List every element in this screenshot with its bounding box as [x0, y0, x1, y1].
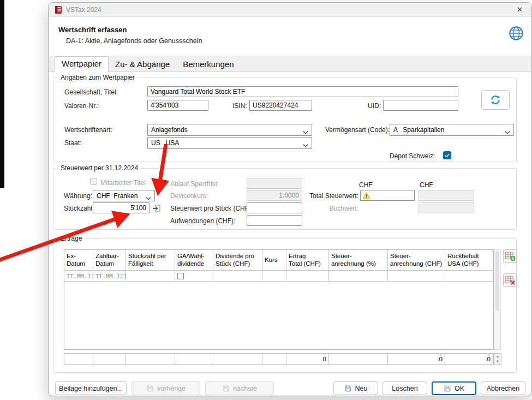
total-steuerwert-label: Total Steuerwert:: [282, 192, 358, 200]
select-value: Anlagefonds: [151, 126, 188, 134]
entry-cell-zahlbar-datum[interactable]: TT.MM.JJJJ: [93, 271, 126, 282]
total-steuerwert-input[interactable]: [360, 190, 415, 201]
titlebar[interactable]: VSTax 2024 ✕: [49, 3, 531, 17]
gesellschaft-input[interactable]: [147, 86, 458, 97]
group-legend: Angaben zum Wertpapier: [58, 74, 138, 81]
group-angaben: Angaben zum Wertpapier Gesellschaft, Tit…: [53, 77, 517, 162]
total-cell-ex-datum: [64, 354, 93, 364]
tab-strip: WertpapierZu- & AbgängeBemerkungen: [49, 56, 531, 72]
chevron-down-icon: [146, 194, 151, 198]
ertraege-table: Ex-DatumZahlbar-DatumStückzahl perFällig…: [64, 249, 494, 350]
table-scrollbar[interactable]: [494, 249, 501, 350]
chf-header-right: CHF: [420, 181, 433, 189]
ertraege-header-row: Ex-DatumZahlbar-DatumStückzahl perFällig…: [64, 250, 493, 271]
total-cell-stueckzahl-faelligkeit: [126, 354, 175, 364]
floppy-icon: [222, 385, 230, 392]
staat-label: Staat:: [64, 139, 81, 147]
beilage-button[interactable]: Beilage hinzufügen...: [55, 381, 127, 395]
ertraege-entry-row: TT.MM.JJJJTT.MM.JJJJ: [64, 271, 493, 282]
uid-input[interactable]: [383, 100, 458, 111]
check-icon: [444, 152, 450, 158]
vermoegensart-label: Vermögensart (Code):: [325, 126, 390, 134]
total-cell-ga-wahl: [175, 354, 213, 364]
button-label: Abbrechen: [487, 385, 519, 392]
chevron-down-icon: [303, 128, 308, 132]
table-add-icon: [504, 250, 516, 262]
table-delete-icon: [504, 274, 516, 286]
waehrung-label: Währung:: [64, 192, 92, 200]
app-icon: [54, 5, 63, 14]
chf-header-left: CHF: [359, 181, 373, 189]
screen-edge-strip: [0, 0, 4, 188]
vermoegensart-select[interactable]: A Sparkapitalien: [390, 124, 514, 136]
loeschen-button[interactable]: Löschen: [382, 381, 427, 395]
totals-spinner[interactable]: ▲ ▼: [494, 353, 501, 365]
entry-cell-ertrag-total[interactable]: [286, 271, 329, 282]
chevron-down-icon: [505, 128, 510, 132]
refresh-icon: [489, 94, 501, 106]
column-header-stueckzahl-faelligkeit: Stückzahl perFälligkeit: [126, 250, 175, 271]
desktop: VSTax 2024 ✕ Wertschrift erfassen DA-1: …: [0, 0, 532, 400]
tab-zu-abg-nge[interactable]: Zu- & Abgänge: [109, 57, 176, 71]
import-stueckzahl-button[interactable]: [152, 204, 161, 213]
column-header-ertrag-total: ErtragTotal (CHF): [286, 250, 329, 271]
group-steuerwert: Steuerwert per 31.12.2024 Mitarbeiter-Ti…: [53, 168, 517, 230]
entry-cell-kurs[interactable]: [262, 271, 286, 282]
entry-cell-dividende-pro-stueck[interactable]: [213, 271, 262, 282]
entry-cell-ga-wahl[interactable]: [175, 271, 213, 282]
button-label: Neu: [355, 385, 368, 392]
abbrechen-button[interactable]: Abbrechen: [481, 381, 525, 395]
uid-label: UID:: [368, 102, 381, 110]
stueckzahl-input[interactable]: [93, 202, 150, 213]
tab-bemerkungen[interactable]: Bemerkungen: [176, 57, 240, 71]
devisenkurs-label: Devisenkurs:: [170, 192, 208, 200]
total-cell-rueckbehalt-usa: 0: [445, 354, 493, 364]
column-header-zahlbar-datum: Zahlbar-Datum: [93, 250, 126, 271]
aufwendungen-input[interactable]: [247, 215, 302, 226]
entry-cell-steuer-anrechnung-chf[interactable]: [388, 271, 445, 282]
spinner-down-icon[interactable]: ▼: [494, 359, 501, 365]
wertschriftenart-select[interactable]: Anlagefonds: [147, 124, 312, 136]
isin-input[interactable]: [249, 100, 312, 111]
naechste-button[interactable]: nächste: [205, 381, 274, 395]
delete-row-button[interactable]: [503, 273, 517, 287]
entry-cell-ex-datum[interactable]: TT.MM.JJJJ: [64, 271, 93, 282]
valoren-input[interactable]: [147, 100, 208, 111]
isin-label: ISIN:: [232, 102, 247, 110]
entry-cell-steuer-anrechnung-prozent[interactable]: [329, 271, 388, 282]
depot-schweiz-checkbox[interactable]: [443, 151, 451, 159]
total-cell-steuer-anrechnung-prozent: [329, 354, 388, 364]
add-row-button[interactable]: [503, 249, 517, 263]
mitarbeiter-titel-checkbox[interactable]: [90, 178, 97, 185]
floppy-icon: [444, 385, 451, 392]
wertschriftenart-label: Wertschriftenart:: [64, 126, 112, 134]
total-cell-steuer-anrechnung-chf: 0: [388, 354, 445, 364]
column-header-steuer-anrechnung-chf: Steuer-anrechnung (CHF): [388, 250, 445, 271]
neu-button[interactable]: Neu: [333, 381, 378, 395]
floppy-icon: [146, 385, 154, 392]
close-button[interactable]: ✕: [517, 5, 523, 14]
scrollbar-thumb[interactable]: [495, 251, 499, 311]
ok-button[interactable]: OK: [432, 381, 476, 395]
total-cell-zahlbar-datum: [93, 354, 126, 364]
staat-select[interactable]: US USA: [147, 137, 312, 149]
buchwert-input: [419, 202, 474, 213]
entry-cell-rueckbehalt-usa[interactable]: [445, 271, 493, 282]
column-header-ex-datum: Ex-Datum: [64, 250, 93, 271]
group-legend: Erträge: [58, 235, 85, 242]
column-header-rueckbehalt-usa: RückbehaltUSA (CHF): [445, 250, 493, 271]
chevron-down-icon: [303, 141, 308, 145]
page-title: Wertschrift erfassen: [58, 26, 127, 34]
tab-wertpapier[interactable]: Wertpapier: [55, 56, 109, 72]
select-value: CHF Franken: [97, 192, 138, 200]
group-ertraege: Erträge Ex-DatumZahlbar-DatumStückzahl p…: [53, 238, 517, 373]
entry-cell-stueckzahl-faelligkeit[interactable]: [126, 271, 175, 282]
mitarbeiter-titel-label: Mitarbeiter-Titel: [100, 179, 146, 187]
total-cell-ertrag-total: 0: [286, 354, 329, 364]
spinner-up-icon[interactable]: ▲: [494, 354, 501, 359]
depot-schweiz-label: Depot Schweiz:: [390, 152, 435, 160]
vorherige-button[interactable]: vorherige: [131, 381, 200, 395]
ga-wahl-checkbox[interactable]: [177, 273, 184, 279]
waehrung-select[interactable]: CHF Franken: [93, 190, 155, 201]
refresh-button[interactable]: [481, 90, 510, 110]
